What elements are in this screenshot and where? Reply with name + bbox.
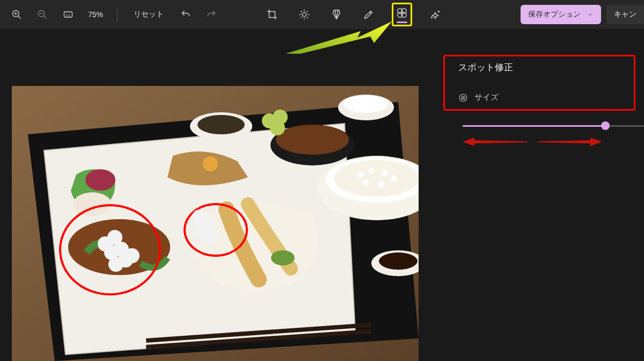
svg-line-16 bbox=[301, 17, 302, 18]
save-options-label: 保存オプション bbox=[528, 10, 581, 19]
svg-point-40 bbox=[378, 182, 384, 188]
toolbar-separator bbox=[117, 8, 118, 21]
svg-point-38 bbox=[391, 175, 397, 182]
svg-point-34 bbox=[334, 160, 419, 197]
toolbar-left-group: 1:1 75% リセット bbox=[8, 5, 221, 24]
svg-point-39 bbox=[363, 179, 369, 186]
svg-point-47 bbox=[270, 120, 285, 135]
image-canvas[interactable] bbox=[12, 86, 419, 361]
svg-point-24 bbox=[431, 17, 433, 18]
retouch-icon bbox=[395, 6, 409, 20]
svg-point-25 bbox=[438, 11, 440, 12]
slider-fill bbox=[463, 125, 605, 127]
adjust-icon[interactable] bbox=[295, 5, 313, 24]
svg-line-15 bbox=[307, 17, 308, 18]
svg-line-1 bbox=[18, 16, 21, 19]
svg-text:1:1: 1:1 bbox=[66, 13, 70, 17]
toolbar-center-tools bbox=[263, 0, 444, 29]
svg-line-5 bbox=[44, 16, 47, 19]
undo-icon[interactable] bbox=[177, 5, 195, 24]
svg-point-53 bbox=[271, 250, 295, 265]
zoom-percent-label[interactable]: 75% bbox=[85, 10, 106, 19]
zoom-in-icon[interactable] bbox=[8, 5, 26, 24]
cancel-button[interactable]: キャン bbox=[606, 5, 644, 24]
svg-point-44 bbox=[343, 96, 389, 113]
redo-icon[interactable] bbox=[202, 5, 221, 24]
save-options-button[interactable]: 保存オプション bbox=[521, 5, 601, 24]
active-tool-indicator bbox=[397, 21, 407, 23]
svg-marker-65 bbox=[538, 138, 602, 146]
svg-point-49 bbox=[197, 115, 245, 134]
slider-thumb[interactable] bbox=[601, 121, 610, 130]
svg-point-9 bbox=[302, 12, 306, 16]
size-label: サイズ bbox=[474, 92, 499, 103]
svg-point-58 bbox=[379, 252, 418, 270]
svg-point-35 bbox=[357, 171, 364, 178]
svg-point-52 bbox=[203, 156, 218, 171]
fit-to-screen-icon[interactable]: 1:1 bbox=[59, 5, 77, 24]
reset-button[interactable]: リセット bbox=[128, 5, 169, 24]
crop-icon[interactable] bbox=[263, 5, 281, 24]
edited-image bbox=[12, 86, 419, 361]
annotation-double-arrow bbox=[463, 136, 602, 147]
svg-line-17 bbox=[307, 11, 308, 12]
svg-point-50 bbox=[85, 169, 115, 191]
svg-point-42 bbox=[276, 125, 349, 155]
svg-line-14 bbox=[301, 11, 302, 12]
toolbar-right-group: 保存オプション キャン bbox=[521, 0, 644, 29]
retouch-tool-highlighted[interactable] bbox=[392, 3, 412, 26]
svg-point-36 bbox=[368, 168, 375, 174]
svg-point-51 bbox=[73, 192, 112, 216]
zoom-out-icon[interactable] bbox=[33, 5, 52, 24]
size-setting-row: サイズ bbox=[458, 92, 499, 103]
effects-icon[interactable] bbox=[426, 5, 444, 24]
size-slider[interactable] bbox=[463, 120, 644, 131]
top-toolbar: 1:1 75% リセット bbox=[0, 0, 644, 29]
svg-point-63 bbox=[463, 97, 464, 98]
properties-panel: スポット修正 サイズ bbox=[435, 29, 644, 361]
svg-marker-64 bbox=[463, 138, 527, 146]
panel-title: スポット修正 bbox=[458, 61, 513, 74]
svg-point-37 bbox=[382, 170, 388, 176]
target-icon bbox=[458, 93, 468, 103]
filter-icon[interactable] bbox=[327, 5, 346, 24]
chevron-down-icon bbox=[587, 11, 594, 18]
markup-icon[interactable] bbox=[360, 5, 378, 24]
